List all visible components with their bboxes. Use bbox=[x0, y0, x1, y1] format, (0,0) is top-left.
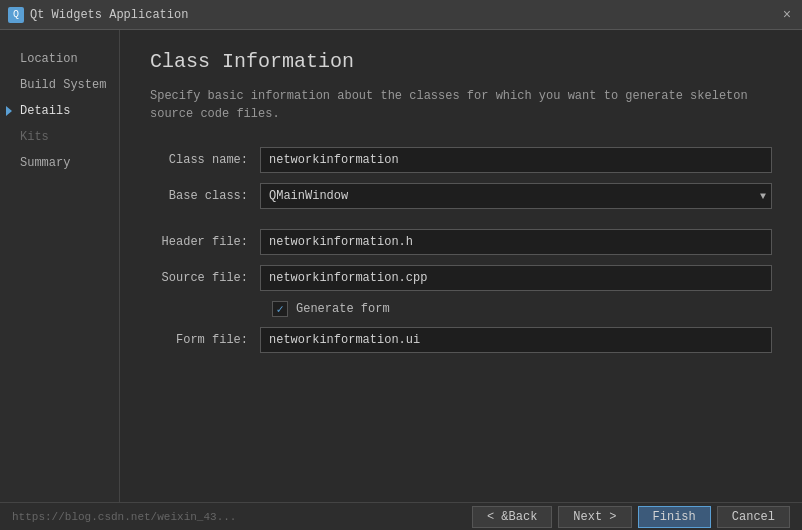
base-class-row: Base class: QMainWindow QDialog QWidget … bbox=[150, 183, 772, 209]
next-button[interactable]: Next > bbox=[558, 506, 631, 528]
back-button[interactable]: < &Back bbox=[472, 506, 552, 528]
header-file-label: Header file: bbox=[150, 235, 260, 249]
page-title: Class Information bbox=[150, 50, 772, 73]
form-section: Class name: Base class: QMainWindow QDia… bbox=[150, 147, 772, 353]
generate-form-label: Generate form bbox=[296, 302, 390, 316]
header-file-row: Header file: bbox=[150, 229, 772, 255]
form-file-label: Form file: bbox=[150, 333, 260, 347]
source-file-label: Source file: bbox=[150, 271, 260, 285]
sidebar-item-location[interactable]: Location bbox=[0, 46, 119, 72]
titlebar: Q Qt Widgets Application × bbox=[0, 0, 802, 30]
close-button[interactable]: × bbox=[780, 8, 794, 22]
main-container: Location Build System Details Kits Summa… bbox=[0, 30, 802, 530]
titlebar-title: Qt Widgets Application bbox=[30, 8, 780, 22]
finish-button[interactable]: Finish bbox=[638, 506, 711, 528]
generate-form-checkbox[interactable]: ✓ bbox=[272, 301, 288, 317]
bottom-bar: https://blog.csdn.net/weixin_43... < &Ba… bbox=[0, 502, 802, 530]
content-area: Class Information Specify basic informat… bbox=[120, 30, 802, 530]
header-file-input[interactable] bbox=[260, 229, 772, 255]
sidebar-item-details[interactable]: Details bbox=[0, 98, 119, 124]
base-class-select-wrapper: QMainWindow QDialog QWidget ▼ bbox=[260, 183, 772, 209]
page-description: Specify basic information about the clas… bbox=[150, 87, 750, 123]
base-class-label: Base class: bbox=[150, 189, 260, 203]
class-name-row: Class name: bbox=[150, 147, 772, 173]
form-file-row: Form file: bbox=[150, 327, 772, 353]
source-file-input[interactable] bbox=[260, 265, 772, 291]
base-class-select[interactable]: QMainWindow QDialog QWidget bbox=[260, 183, 772, 209]
sidebar-item-build-system[interactable]: Build System bbox=[0, 72, 119, 98]
class-name-input[interactable] bbox=[260, 147, 772, 173]
app-icon: Q bbox=[8, 7, 24, 23]
cancel-button[interactable]: Cancel bbox=[717, 506, 790, 528]
sidebar-item-summary[interactable]: Summary bbox=[0, 150, 119, 176]
source-file-row: Source file: bbox=[150, 265, 772, 291]
sidebar-item-kits: Kits bbox=[0, 124, 119, 150]
sidebar: Location Build System Details Kits Summa… bbox=[0, 30, 120, 530]
class-name-label: Class name: bbox=[150, 153, 260, 167]
watermark-text: https://blog.csdn.net/weixin_43... bbox=[12, 511, 472, 523]
generate-form-row: ✓ Generate form bbox=[272, 301, 772, 317]
bottom-buttons: < &Back Next > Finish Cancel bbox=[472, 506, 790, 528]
form-file-input[interactable] bbox=[260, 327, 772, 353]
